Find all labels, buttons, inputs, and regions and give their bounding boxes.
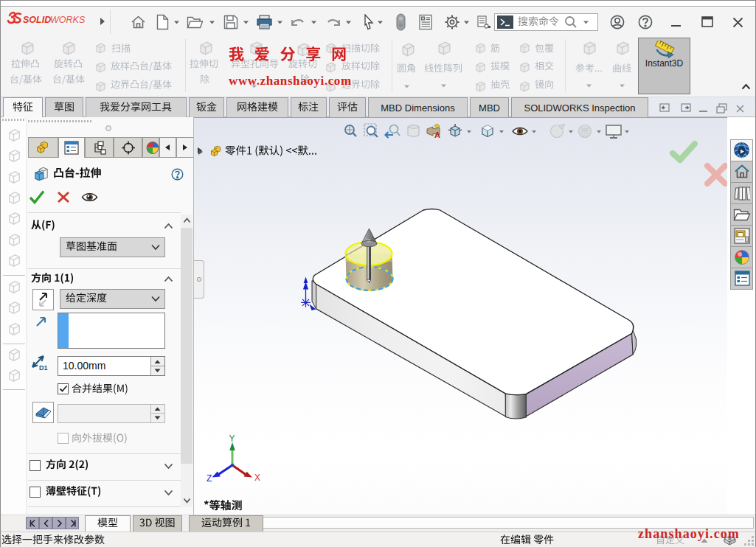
svg-text:Z: Z	[207, 473, 212, 484]
svg-text:X: X	[254, 473, 260, 483]
svg-text:SOLID: SOLID	[23, 15, 51, 25]
svg-text:Y: Y	[229, 433, 235, 444]
svg-text:WORKS: WORKS	[50, 15, 86, 25]
svg-text:D1: D1	[39, 364, 48, 371]
